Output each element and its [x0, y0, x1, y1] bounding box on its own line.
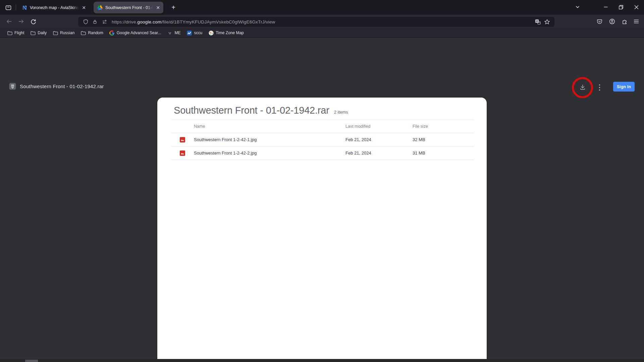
app-menu-button[interactable] [631, 17, 641, 26]
column-header-last-modified[interactable]: Last modified [345, 124, 413, 129]
card-title-row: Southwestern Front - 01-02-1942.rar 2 it… [174, 105, 348, 116]
extensions-button[interactable] [620, 17, 630, 26]
image-file-icon [171, 150, 194, 156]
archive-title: Southwestern Front - 01-02-1942.rar [174, 105, 329, 116]
tab-close-icon[interactable]: ✕ [80, 4, 87, 11]
forward-icon [18, 19, 24, 24]
folder-icon [53, 30, 58, 36]
lock-icon[interactable] [90, 18, 100, 26]
column-header-file-size[interactable]: File size [413, 124, 474, 129]
bookmark-label: Random [88, 31, 103, 35]
new-tab-button[interactable]: + [168, 2, 178, 12]
extensions-puzzle-icon [622, 19, 628, 24]
items-count: 2 items [334, 110, 348, 115]
url-bar[interactable]: https://drive.google.com/file/d/1BTYmyKF… [78, 17, 554, 27]
navigation-toolbar: https://drive.google.com/file/d/1BTYmyKF… [0, 15, 644, 28]
forward-button[interactable] [16, 17, 26, 26]
annotation-red-circle [572, 77, 593, 98]
table-header-row: Name Last modified File size [171, 120, 474, 133]
bookmark-label: Daily [38, 31, 47, 35]
file-size: 32 MB [413, 137, 474, 142]
bookmark-label: sccu [194, 31, 203, 35]
tab-bar: Voronezh map - AviaSkins.Foru ✕ Southwes… [0, 0, 644, 15]
scrollbar-thumb[interactable] [25, 360, 38, 362]
archive-file-icon [9, 83, 16, 90]
restore-icon [619, 5, 623, 9]
time-zone-map-favicon [208, 30, 214, 36]
archive-contents-card: Southwestern Front - 01-02-1942.rar 2 it… [157, 98, 487, 362]
file-table: Name Last modified File size Southwester… [171, 120, 474, 160]
minimize-button[interactable] [598, 0, 613, 14]
bookmarks-toolbar: Flight Daily Russian Random [0, 28, 644, 38]
table-row[interactable]: Southwestern Front 1-2-42-1.jpg Feb 21, … [171, 133, 474, 146]
translate-icon[interactable]: A [533, 18, 542, 26]
close-window-button[interactable] [629, 0, 644, 14]
reload-button[interactable] [28, 17, 38, 26]
firefox-view-icon [5, 4, 12, 11]
face-favicon [167, 30, 173, 36]
back-icon [6, 19, 12, 24]
pocket-icon [597, 19, 602, 24]
google-drive-icon [97, 5, 103, 10]
aviaskins-forum-icon [22, 5, 27, 10]
bookmark-folder-random[interactable]: Random [77, 29, 106, 37]
folder-icon [7, 30, 12, 36]
bookmark-folder-russian[interactable]: Russian [50, 29, 77, 37]
file-size: 31 MB [413, 150, 474, 156]
tab-title: Voronezh map - AviaSkins.Foru [30, 5, 80, 10]
image-file-icon [171, 137, 194, 142]
back-button[interactable] [4, 17, 14, 26]
tab-southwestern-front-active[interactable]: Southwestern Front - 01-02-194 ✕ [94, 2, 163, 13]
bookmark-label: ME [175, 31, 181, 35]
list-all-tabs-button[interactable] [570, 0, 585, 14]
tracking-protection-shield-icon[interactable] [81, 18, 90, 26]
account-button[interactable] [607, 17, 617, 26]
tab-close-icon[interactable]: ✕ [155, 4, 161, 11]
chevron-down-icon [575, 5, 580, 9]
file-modified: Feb 21, 2024 [345, 137, 413, 142]
bookmark-label: Russian [60, 31, 74, 35]
bookmark-folder-flight[interactable]: Flight [4, 29, 27, 37]
permissions-icon[interactable] [100, 18, 109, 26]
sign-in-button[interactable]: Sign In [613, 82, 635, 92]
bookmark-time-zone-map[interactable]: Time Zone Map [205, 29, 247, 37]
pocket-button[interactable] [594, 17, 604, 26]
account-icon [609, 18, 615, 24]
bookmark-label: Flight [14, 31, 24, 35]
file-modified: Feb 21, 2024 [345, 150, 413, 156]
folder-icon [30, 30, 36, 36]
bookmark-google-advanced-search[interactable]: Google Advanced Sear... [106, 29, 164, 37]
bookmark-folder-daily[interactable]: Daily [27, 29, 50, 37]
bookmark-label: Time Zone Map [216, 31, 244, 35]
more-actions-button[interactable] [597, 83, 602, 92]
tab-voronezh-map[interactable]: Voronezh map - AviaSkins.Foru ✕ [18, 2, 89, 13]
hamburger-menu-icon [634, 19, 639, 24]
reload-icon [31, 19, 36, 24]
bookmark-me[interactable]: ME [164, 29, 184, 37]
url-text: https://drive.google.com/file/d/1BTYmyKF… [112, 19, 533, 24]
close-icon [634, 5, 639, 9]
bookmark-sccu[interactable]: sccu [184, 29, 206, 37]
sccu-favicon [187, 30, 192, 36]
minimize-icon [604, 5, 608, 9]
folder-icon [80, 30, 86, 36]
bookmark-star-icon[interactable] [542, 18, 552, 26]
drive-viewer-page: Southwestern Front - 01-02-1942.rar Sign… [0, 38, 644, 362]
restore-window-button[interactable] [613, 0, 628, 14]
page-title: Southwestern Front - 01-02-1942.rar [20, 76, 104, 97]
firefox-view-button[interactable] [3, 3, 13, 13]
file-name[interactable]: Southwestern Front 1-2-42-1.jpg [194, 137, 345, 142]
table-row[interactable]: Southwestern Front 1-2-42-2.jpg Feb 21, … [171, 146, 474, 160]
google-g-icon [109, 30, 115, 36]
horizontal-scrollbar[interactable] [0, 359, 644, 362]
kebab-menu-icon [599, 84, 600, 91]
tab-separator [16, 4, 16, 10]
column-header-name[interactable]: Name [194, 124, 345, 129]
bookmark-label: Google Advanced Sear... [117, 31, 161, 35]
file-name[interactable]: Southwestern Front 1-2-42-2.jpg [194, 150, 345, 156]
tab-title: Southwestern Front - 01-02-194 [105, 5, 154, 10]
